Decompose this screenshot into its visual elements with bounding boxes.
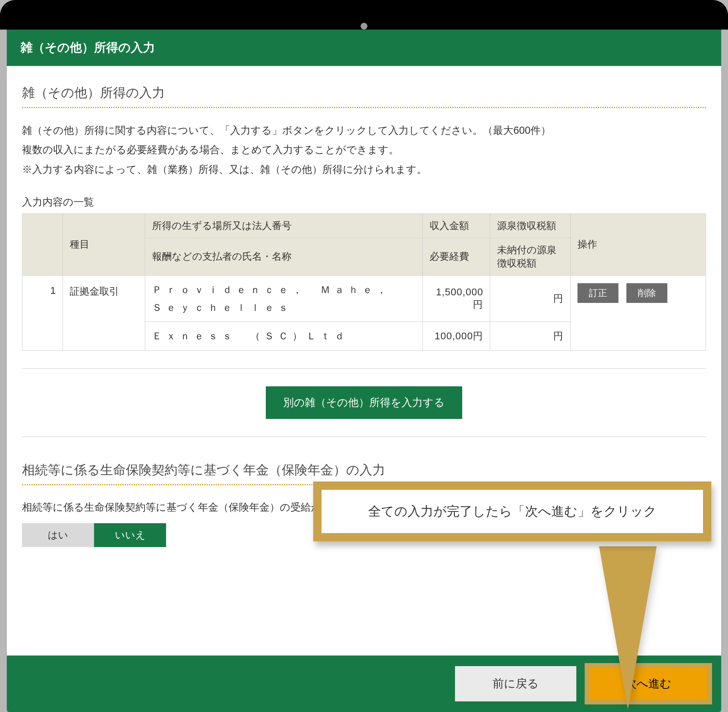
- cell-kind: 証拠金取引: [63, 275, 145, 350]
- cell-row-number: 1: [22, 275, 63, 350]
- cell-withholding: 円: [490, 275, 571, 322]
- app-window: 雑（その他）所得の入力 雑（その他）所得の入力 雑（その他）所得に関する内容につ…: [7, 30, 721, 712]
- cell-place: Ｐｒｏｖｉｄｅｎｃｅ， Ｍａｈｅ， Ｓｅｙｃｈｅｌｌｅｓ: [145, 275, 423, 322]
- intro-line: 複数の収入にまたがる必要経費がある場合、まとめて入力することができます。: [22, 141, 706, 159]
- th-actions: 操作: [571, 213, 706, 275]
- section-title-misc-income: 雑（その他）所得の入力: [22, 84, 706, 102]
- th-place: 所得の生ずる場所又は法人番号: [145, 213, 423, 238]
- th-kind: 種目: [63, 213, 145, 275]
- cell-unpaid: 円: [490, 322, 571, 351]
- cell-payer: Ｅｘｎｅｓｓ （ＳＣ）Ｌｔｄ: [145, 322, 423, 351]
- th-income: 収入金額: [422, 213, 490, 238]
- app-title: 雑（その他）所得の入力: [20, 41, 155, 54]
- callout-arrow-icon: [599, 546, 657, 709]
- answer-yes-button[interactable]: はい: [22, 523, 94, 547]
- hr-divider: [22, 436, 706, 437]
- th-unpaid: 未納付の源泉徴収税額: [490, 238, 571, 275]
- th-expense: 必要経費: [422, 238, 490, 275]
- cell-actions: 訂正 削除: [571, 275, 706, 350]
- intro-text: 雑（その他）所得に関する内容について、「入力する」ボタンをクリックして入力してく…: [22, 122, 706, 179]
- th-withholding: 源泉徴収税額: [490, 213, 571, 238]
- device-camera-dot: [361, 23, 367, 30]
- delete-button[interactable]: 削除: [626, 283, 667, 303]
- list-heading: 入力内容の一覧: [22, 195, 706, 209]
- section-divider: [22, 107, 706, 108]
- table-row: 1 証拠金取引 Ｐｒｏｖｉｄｅｎｃｅ， Ｍａｈｅ， Ｓｅｙｃｈｅｌｌｅｓ 1,5…: [22, 275, 706, 322]
- intro-line: ※入力する内容によって、雑（業務）所得、又は、雑（その他）所得に分けられます。: [22, 161, 706, 179]
- device-frame: 雑（その他）所得の入力 雑（その他）所得の入力 雑（その他）所得に関する内容につ…: [0, 0, 728, 712]
- app-header: 雑（その他）所得の入力: [7, 30, 721, 66]
- section-title-insurance-annuity: 相続等に係る生命保険契約等に基づく年金（保険年金）の入力: [22, 461, 706, 479]
- answer-no-button[interactable]: いいえ: [94, 523, 166, 547]
- instruction-callout: 全ての入力が完了したら「次へ進む」をクリック: [313, 481, 711, 541]
- th-payer: 報酬などの支払者の氏名・名称: [145, 238, 423, 275]
- intro-line: 雑（その他）所得に関する内容について、「入力する」ボタンをクリックして入力してく…: [22, 122, 706, 140]
- cell-expense: 100,000円: [422, 322, 490, 351]
- th-blank: [22, 213, 63, 275]
- edit-button[interactable]: 訂正: [577, 283, 618, 303]
- income-table: 種目 所得の生ずる場所又は法人番号 収入金額 源泉徴収税額 操作 報酬などの支払…: [22, 213, 706, 351]
- page-content: 雑（その他）所得の入力 雑（その他）所得に関する内容について、「入力する」ボタン…: [7, 66, 721, 712]
- hr-divider: [22, 368, 706, 369]
- cell-income: 1,500,000円: [422, 275, 490, 322]
- add-another-income-button[interactable]: 別の雑（その他）所得を入力する: [266, 386, 462, 419]
- callout-text: 全ての入力が完了したら「次へ進む」をクリック: [368, 504, 657, 518]
- back-button[interactable]: 前に戻る: [455, 666, 576, 701]
